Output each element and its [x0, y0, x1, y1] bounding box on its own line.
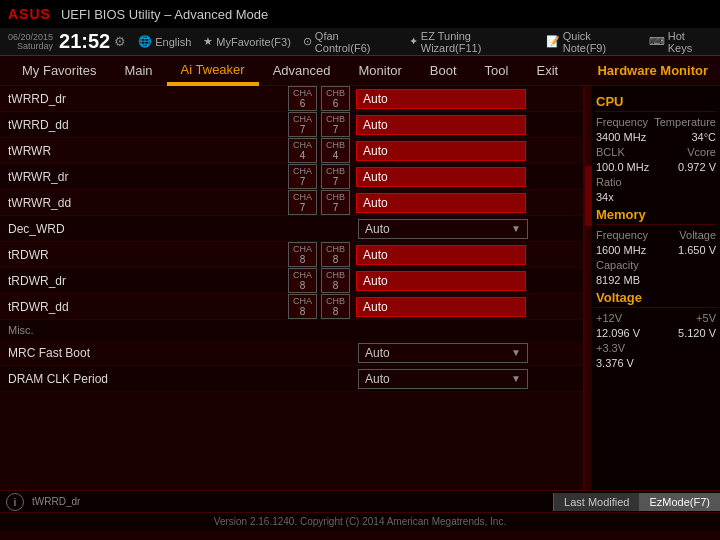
nav-monitor[interactable]: Monitor [345, 56, 416, 86]
row-value: Auto ▼ [358, 343, 575, 363]
row-label: tWRWR_dr [8, 170, 208, 184]
ez-tuning-btn[interactable]: ✦ EZ Tuning Wizard(F11) [409, 30, 534, 54]
value-input[interactable] [356, 245, 526, 265]
status-bar: i tWRRD_dr Last Modified EzMode(F7) [0, 490, 720, 512]
row-label: MRC Fast Boot [8, 346, 208, 360]
hw-v12-value-row: 12.096 V 5.120 V [596, 327, 716, 339]
hot-keys-btn[interactable]: ⌨ Hot Keys [649, 30, 712, 54]
table-row: tWRRD_dr CHA6 CHB6 [0, 86, 583, 112]
row-value [356, 245, 575, 265]
nav-bar: My Favorites Main Ai Tweaker Advanced Mo… [0, 56, 720, 86]
nav-tool[interactable]: Tool [471, 56, 523, 86]
hot-keys-label: Hot Keys [668, 30, 712, 54]
globe-icon: 🌐 [138, 35, 152, 48]
qfan-btn[interactable]: ⊙ Qfan Control(F6) [303, 30, 397, 54]
dropdown-arrow-icon: ▼ [511, 373, 521, 384]
hw-mem-cap-label: Capacity [596, 259, 639, 271]
channel-cha: CHA8 [288, 294, 317, 319]
fan-icon: ⊙ [303, 35, 312, 48]
hw-mem-freq-row: Frequency Voltage [596, 229, 716, 241]
value-input[interactable] [356, 271, 526, 291]
value-input[interactable] [356, 297, 526, 317]
dropdown-dram-clk[interactable]: Auto ▼ [358, 369, 528, 389]
value-input[interactable] [356, 89, 526, 109]
bottom-bar: Version 2.16.1240. Copyright (C) 2014 Am… [0, 512, 720, 530]
scrollbar[interactable] [584, 86, 592, 490]
nav-ai-tweaker[interactable]: Ai Tweaker [167, 56, 259, 86]
row-label: tWRWR_dd [8, 196, 208, 210]
hw-monitor-panel: CPU Frequency Temperature 3400 MHz 34°C … [592, 86, 720, 490]
gear-icon[interactable]: ⚙ [114, 34, 126, 49]
quick-note-btn[interactable]: 📝 Quick Note(F9) [546, 30, 637, 54]
channel-cha: CHA7 [288, 112, 317, 137]
channel-chb: CHB7 [321, 112, 350, 137]
row-label: Dec_WRD [8, 222, 208, 236]
value-input[interactable] [356, 167, 526, 187]
dropdown-arrow-icon: ▼ [511, 347, 521, 358]
ez-mode-button[interactable]: EzMode(F7) [639, 493, 720, 511]
hw-ratio-value: 34x [596, 191, 614, 203]
second-bar: 06/20/2015 Saturday 21:52 ⚙ 🌐 English ★ … [0, 28, 720, 56]
hw-bclk-value-row: 100.0 MHz 0.972 V [596, 161, 716, 173]
hw-v33-row: +3.3V [596, 342, 716, 354]
hw-bclk-value: 100.0 MHz [596, 161, 649, 173]
datetime: 06/20/2015 Saturday 21:52 ⚙ [8, 30, 126, 53]
channel-cha: CHA7 [288, 190, 317, 215]
dropdown-dec-wrd[interactable]: Auto ▼ [358, 219, 528, 239]
channel-cha: CHA6 [288, 86, 317, 111]
nav-boot[interactable]: Boot [416, 56, 471, 86]
wand-icon: ✦ [409, 35, 418, 48]
table-row: tWRRD_dd CHA7 CHB7 [0, 112, 583, 138]
channel-chb: CHB8 [321, 294, 350, 319]
dropdown-value: Auto [365, 222, 390, 236]
hw-mem-cap-row: Capacity [596, 259, 716, 271]
row-label: tRDWR [8, 248, 208, 262]
last-modified-button[interactable]: Last Modified [553, 493, 639, 511]
hw-mem-freq-value: 1600 MHz [596, 244, 646, 256]
status-info-text: tWRRD_dr [24, 496, 553, 507]
row-label: tWRWR [8, 144, 208, 158]
hw-mem-freq-value-row: 1600 MHz 1.650 V [596, 244, 716, 256]
row-value: Auto ▼ [358, 219, 575, 239]
language-label: English [155, 36, 191, 48]
table-row: DRAM CLK Period Auto ▼ [0, 366, 583, 392]
hw-v33-value: 3.376 V [596, 357, 634, 369]
hw-cpu-freq-value: 3400 MHz [596, 131, 646, 143]
row-label: tRDWR_dr [8, 274, 208, 288]
nav-main[interactable]: Main [110, 56, 166, 86]
value-input[interactable] [356, 193, 526, 213]
hw-v5-value: 5.120 V [678, 327, 716, 339]
row-value [356, 297, 575, 317]
hw-cpu-temp-value: 34°C [691, 131, 716, 143]
row-label: DRAM CLK Period [8, 372, 208, 386]
language-selector[interactable]: 🌐 English [138, 35, 191, 48]
hw-v12-label: +12V [596, 312, 622, 324]
nav-exit[interactable]: Exit [522, 56, 572, 86]
channel-chb: CHB8 [321, 268, 350, 293]
row-value [356, 141, 575, 161]
content-area: tWRRD_dr CHA6 CHB6 tWRRD_dd CHA7 CHB7 tW… [0, 86, 584, 490]
myfavorite-btn[interactable]: ★ MyFavorite(F3) [203, 35, 291, 48]
value-input[interactable] [356, 115, 526, 135]
row-value [356, 115, 575, 135]
dropdown-value: Auto [365, 372, 390, 386]
nav-my-favorites[interactable]: My Favorites [8, 56, 110, 86]
version-text: Version 2.16.1240. Copyright (C) 2014 Am… [214, 516, 506, 527]
hw-vcore-value: 0.972 V [678, 161, 716, 173]
dropdown-value: Auto [365, 346, 390, 360]
value-input[interactable] [356, 141, 526, 161]
main-layout: tWRRD_dr CHA6 CHB6 tWRRD_dd CHA7 CHB7 tW… [0, 86, 720, 490]
dropdown-mrc[interactable]: Auto ▼ [358, 343, 528, 363]
volt-section-title: Voltage [596, 290, 716, 308]
nav-advanced[interactable]: Advanced [259, 56, 345, 86]
hw-mem-freq-label: Frequency [596, 229, 648, 241]
table-row: tWRWR_dr CHA7 CHB7 [0, 164, 583, 190]
table-row: tRDWR_dr CHA8 CHB8 [0, 268, 583, 294]
note-icon: 📝 [546, 35, 560, 48]
table-row: MRC Fast Boot Auto ▼ [0, 340, 583, 366]
info-icon: i [6, 493, 24, 511]
table-row: tRDWR_dd CHA8 CHB8 [0, 294, 583, 320]
hw-v33-value-row: 3.376 V [596, 357, 716, 369]
hw-mem-volt-value: 1.650 V [678, 244, 716, 256]
hw-mem-cap-value: 8192 MB [596, 274, 640, 286]
